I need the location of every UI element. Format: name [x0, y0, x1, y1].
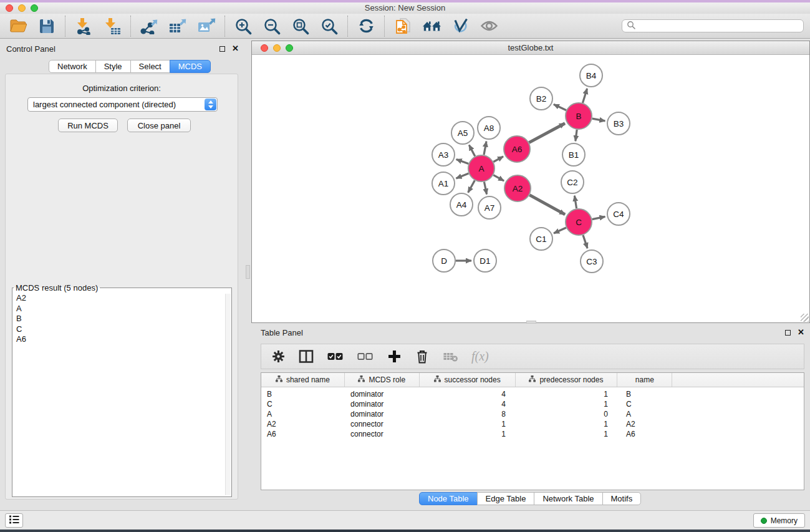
graph-node-B3[interactable]: B3	[607, 112, 630, 135]
zoom-selected-icon[interactable]	[319, 16, 339, 36]
network-minimize-button[interactable]	[273, 44, 281, 52]
home-icon[interactable]	[422, 16, 441, 36]
graph-node-A2[interactable]: A2	[504, 175, 531, 201]
search-box[interactable]	[622, 19, 804, 32]
graph-node-A[interactable]: A	[468, 155, 494, 181]
column-header-predecessor-nodes[interactable]: predecessor nodes	[516, 373, 618, 387]
refresh-layout-icon[interactable]	[356, 16, 376, 36]
graph-node-C3[interactable]: C3	[581, 250, 603, 273]
table-row[interactable]: Cdominator41C	[261, 399, 804, 409]
table-row[interactable]: Bdominator41B	[261, 389, 804, 399]
import-table-icon[interactable]	[102, 16, 122, 36]
tab-network-table[interactable]: Network Table	[534, 492, 602, 505]
column-type-icon	[529, 375, 536, 384]
network-zoom-button[interactable]	[286, 44, 293, 52]
close-panel-button[interactable]: Close panel	[127, 118, 191, 132]
show-hide-eye-icon[interactable]	[479, 16, 499, 36]
table-row[interactable]: Adominator80A	[261, 409, 804, 419]
graph-node-C2[interactable]: C2	[561, 171, 584, 193]
toolbar-groups	[0, 14, 507, 38]
graph-node-A6[interactable]: A6	[504, 136, 530, 162]
tab-mcds[interactable]: MCDS	[170, 60, 211, 73]
select-all-checkboxes-icon[interactable]	[327, 349, 344, 365]
graph-node-D1[interactable]: D1	[474, 249, 496, 272]
graph-node-B4[interactable]: B4	[580, 64, 602, 87]
split-panel-icon[interactable]	[299, 349, 314, 365]
zoom-fit-icon[interactable]	[291, 16, 311, 36]
mcds-result-item[interactable]: C	[16, 324, 231, 335]
task-history-button[interactable]	[5, 513, 23, 528]
toggle-panel-visibility-icon[interactable]	[450, 16, 470, 36]
mcds-result-item[interactable]: A6	[16, 334, 231, 345]
float-table-panel-icon[interactable]	[785, 330, 791, 336]
mcds-result-item[interactable]: A2	[16, 293, 231, 304]
graph-node-label: D1	[480, 256, 490, 266]
table-cell: A	[261, 410, 345, 418]
new-session-from-network-icon[interactable]	[393, 16, 413, 36]
column-header-name[interactable]: name	[617, 373, 672, 387]
graph-node-C4[interactable]: C4	[607, 203, 630, 225]
close-window-button[interactable]	[6, 4, 13, 12]
save-session-icon[interactable]	[37, 16, 57, 36]
import-network-icon[interactable]	[74, 16, 94, 36]
run-mcds-button[interactable]: Run MCDS	[58, 118, 118, 132]
graph-node-C1[interactable]: C1	[530, 228, 552, 250]
zoom-out-icon[interactable]	[262, 16, 282, 36]
graph-node-A3[interactable]: A3	[432, 143, 455, 166]
close-table-panel-icon[interactable]: ✕	[798, 329, 804, 336]
column-header-successor-nodes[interactable]: successor nodes	[420, 373, 516, 387]
zoom-window-button[interactable]	[31, 4, 38, 12]
column-settings-gear-icon[interactable]	[271, 349, 286, 365]
graph-node-B1[interactable]: B1	[562, 143, 585, 166]
network-graph-canvas[interactable]: B4B2BB3A8A5A6B1A3AC2A1A2A4A7C4CC1DD1C3	[252, 55, 809, 322]
add-column-icon[interactable]	[387, 349, 402, 365]
graph-node-A8[interactable]: A8	[478, 117, 500, 139]
graph-node-label: B4	[586, 71, 597, 80]
optimization-criterion-select[interactable]: largest connected component (directed)	[27, 97, 218, 112]
mcds-result-item[interactable]: A	[16, 304, 231, 314]
zoom-in-icon[interactable]	[233, 16, 253, 36]
graph-node-A4[interactable]: A4	[450, 193, 473, 216]
tab-network[interactable]: Network	[49, 60, 96, 73]
splitter-grip-horizontal[interactable]	[526, 321, 536, 324]
graph-edge-A-A6	[493, 157, 503, 162]
graph-node-B[interactable]: B	[566, 103, 592, 129]
export-table-icon[interactable]	[168, 16, 188, 36]
table-row[interactable]: A2connector11A2	[261, 419, 804, 429]
graph-node-B2[interactable]: B2	[530, 87, 552, 110]
deselect-all-checkboxes-icon[interactable]	[357, 349, 374, 365]
splitter-grip-vertical[interactable]	[246, 265, 250, 279]
graph-edge-A-A7	[484, 182, 486, 195]
tab-motifs[interactable]: Motifs	[602, 492, 642, 505]
mcds-result-item[interactable]: B	[16, 314, 231, 324]
graph-node-C[interactable]: C	[566, 209, 592, 235]
tab-node-table[interactable]: Node Table	[419, 492, 478, 505]
table-panel-title: Table Panel	[261, 328, 303, 337]
tab-edge-table[interactable]: Edge Table	[477, 492, 535, 505]
tab-style[interactable]: Style	[95, 60, 131, 73]
open-session-icon[interactable]	[8, 16, 28, 36]
graph-node-A1[interactable]: A1	[432, 172, 455, 195]
float-panel-icon[interactable]	[219, 46, 225, 52]
table-row[interactable]: A6connector11A6	[261, 429, 804, 439]
minimize-window-button[interactable]	[18, 4, 26, 12]
network-close-button[interactable]	[261, 44, 268, 52]
delete-column-icon[interactable]	[415, 349, 430, 365]
graph-node-D[interactable]: D	[433, 249, 455, 272]
dropdown-stepper-icon	[205, 99, 216, 110]
memory-button[interactable]: Memory	[753, 513, 805, 528]
graph-node-A5[interactable]: A5	[451, 122, 474, 144]
column-header-label: predecessor nodes	[539, 375, 603, 384]
network-window-title: testGlobe.txt	[252, 41, 809, 54]
column-header-shared-name[interactable]: shared name	[261, 373, 345, 387]
close-panel-icon[interactable]: ✕	[232, 46, 239, 52]
result-scrollbar[interactable]	[225, 294, 231, 495]
column-header-MCDS-role[interactable]: MCDS role	[345, 373, 420, 387]
export-network-icon[interactable]	[139, 16, 159, 36]
window-resize-grip[interactable]	[801, 314, 809, 322]
graph-edge-C-C3	[583, 235, 587, 248]
graph-node-A7[interactable]: A7	[478, 196, 501, 219]
table-cell: 1	[516, 420, 618, 428]
tab-select[interactable]: Select	[130, 60, 170, 73]
export-image-icon[interactable]	[196, 16, 216, 36]
